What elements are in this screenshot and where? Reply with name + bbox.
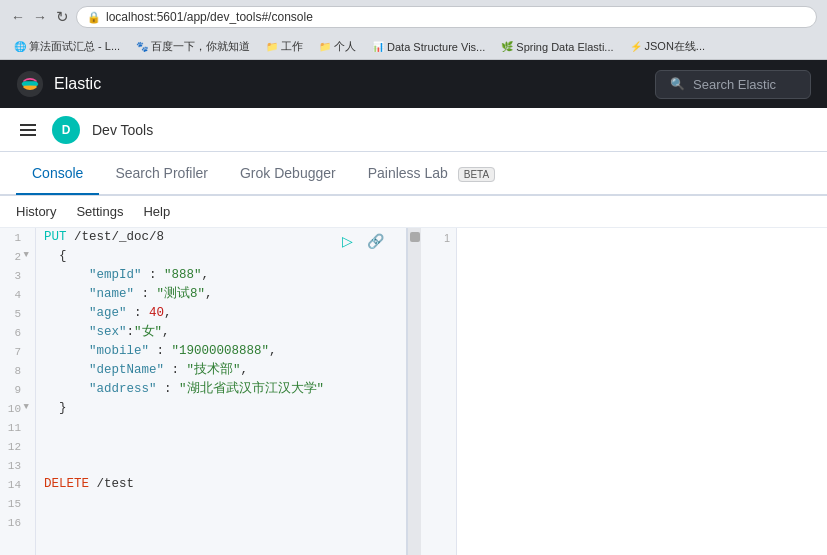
app-logo: Elastic bbox=[16, 70, 101, 98]
bookmark-json[interactable]: ⚡ JSON在线... bbox=[626, 37, 710, 56]
search-elastic-button[interactable]: 🔍 Search Elastic bbox=[655, 70, 811, 99]
key-sex: "sex" bbox=[89, 323, 127, 342]
key-mobile: "mobile" bbox=[89, 342, 149, 361]
vertical-scrollbar[interactable] bbox=[407, 228, 421, 555]
line-number-4: 4 bbox=[0, 285, 27, 304]
spring-icon: 🌿 bbox=[501, 41, 513, 52]
sub-menu: History Settings Help bbox=[0, 196, 827, 228]
line-number-8: 8 bbox=[0, 361, 27, 380]
bookmark-label: 工作 bbox=[281, 39, 303, 54]
line-number-6: 6 bbox=[0, 323, 27, 342]
key-name: "name" bbox=[89, 285, 134, 304]
key-empid: "empId" bbox=[89, 266, 142, 285]
line-number-2: 2 ▼ bbox=[0, 247, 27, 266]
code-line-14: DELETE /test bbox=[44, 475, 398, 494]
address-bar[interactable]: 🔒 localhost:5601/app/dev_tools#/console bbox=[76, 6, 817, 28]
help-menu-item[interactable]: Help bbox=[143, 204, 170, 219]
key-age: "age" bbox=[89, 304, 127, 323]
line-numbers: 1 2 ▼ 3 4 5 6 7 8 9 10 ▼ 11 12 13 14 15 … bbox=[0, 228, 36, 555]
app-header: Elastic 🔍 Search Elastic bbox=[0, 60, 827, 108]
val-name: "测试8" bbox=[157, 285, 206, 304]
browser-nav: ← → ↻ 🔒 localhost:5601/app/dev_tools#/co… bbox=[0, 0, 827, 34]
val-age: 40 bbox=[149, 304, 164, 323]
put-keyword: PUT bbox=[44, 228, 67, 247]
code-line-5: "age" : 40, bbox=[44, 304, 398, 323]
result-line-1: 1 bbox=[421, 228, 456, 247]
code-line-16 bbox=[44, 513, 398, 532]
code-line-13 bbox=[44, 456, 398, 475]
scrollbar-thumb[interactable] bbox=[410, 232, 420, 242]
forward-button[interactable]: → bbox=[32, 9, 48, 25]
fold-icon-2[interactable]: ▼ bbox=[24, 250, 29, 260]
line-number-16: 16 bbox=[0, 513, 27, 532]
user-avatar[interactable]: D bbox=[52, 116, 80, 144]
line-number-9: 9 bbox=[0, 380, 27, 399]
val-address: "湖北省武汉市江汉大学" bbox=[179, 380, 324, 399]
bookmark-label: Spring Data Elasti... bbox=[516, 41, 613, 53]
history-menu-item[interactable]: History bbox=[16, 204, 56, 219]
line-number-15: 15 bbox=[0, 494, 27, 513]
app-title-text: Elastic bbox=[54, 75, 101, 93]
hamburger-menu[interactable] bbox=[16, 120, 40, 140]
bookmark-personal[interactable]: 📁 个人 bbox=[315, 37, 360, 56]
bookmark-icon: 🌐 bbox=[14, 41, 26, 52]
tab-painless-lab[interactable]: Painless Lab BETA bbox=[352, 153, 511, 195]
code-line-15 bbox=[44, 494, 398, 513]
settings-menu-item[interactable]: Settings bbox=[76, 204, 123, 219]
code-line-12 bbox=[44, 437, 398, 456]
bookmark-label: Data Structure Vis... bbox=[387, 41, 485, 53]
path-1: /test/_doc/8 bbox=[67, 228, 165, 247]
line-number-14: 14 bbox=[0, 475, 27, 494]
action-icons: ▷ 🔗 bbox=[336, 230, 386, 252]
tabs-bar: Console Search Profiler Grok Debugger Pa… bbox=[0, 152, 827, 196]
fold-icon-10[interactable]: ▼ bbox=[24, 402, 29, 412]
dev-tools-title: Dev Tools bbox=[92, 122, 153, 138]
bookmark-baidu[interactable]: 🐾 百度一下，你就知道 bbox=[132, 37, 254, 56]
code-line-6: "sex":"女", bbox=[44, 323, 398, 342]
line-number-10: 10 ▼ bbox=[0, 399, 27, 418]
code-line-3: "empId" : "888", bbox=[44, 266, 398, 285]
back-button[interactable]: ← bbox=[10, 9, 26, 25]
code-line-8: "deptName" : "技术部", bbox=[44, 361, 398, 380]
url-text: localhost:5601/app/dev_tools#/console bbox=[106, 10, 313, 24]
result-line-numbers: 1 bbox=[421, 228, 457, 555]
hamburger-line-2 bbox=[20, 129, 36, 131]
delete-keyword: DELETE bbox=[44, 475, 89, 494]
search-icon: 🔍 bbox=[670, 77, 685, 91]
bookmark-label: 百度一下，你就知道 bbox=[151, 39, 250, 54]
copy-as-curl-button[interactable]: 🔗 bbox=[364, 230, 386, 252]
tab-console[interactable]: Console bbox=[16, 153, 99, 195]
val-sex: "女" bbox=[134, 323, 162, 342]
key-address: "address" bbox=[89, 380, 157, 399]
line-number-12: 12 bbox=[0, 437, 27, 456]
json-icon: ⚡ bbox=[630, 41, 642, 52]
code-area[interactable]: PUT /test/_doc/8 { "empId" : "888", "nam… bbox=[36, 228, 406, 555]
editor-pane: ▷ 🔗 1 2 ▼ 3 4 5 6 7 8 9 10 ▼ 11 12 13 14… bbox=[0, 228, 407, 555]
bookmark-label: 算法面试汇总 - L... bbox=[29, 39, 120, 54]
refresh-button[interactable]: ↻ bbox=[54, 9, 70, 25]
hamburger-line-3 bbox=[20, 134, 36, 136]
bookmark-spring[interactable]: 🌿 Spring Data Elasti... bbox=[497, 39, 617, 55]
bookmark-dsv[interactable]: 📊 Data Structure Vis... bbox=[368, 39, 489, 55]
bookmarks-bar: 🌐 算法面试汇总 - L... 🐾 百度一下，你就知道 📁 工作 📁 个人 📊 … bbox=[0, 34, 827, 59]
val-mobile: "19000008888" bbox=[172, 342, 270, 361]
bookmark-label: JSON在线... bbox=[645, 39, 706, 54]
elastic-logo-icon bbox=[16, 70, 44, 98]
bookmark-algorithms[interactable]: 🌐 算法面试汇总 - L... bbox=[10, 37, 124, 56]
tab-search-profiler[interactable]: Search Profiler bbox=[99, 153, 224, 195]
line-number-7: 7 bbox=[0, 342, 27, 361]
run-button[interactable]: ▷ bbox=[336, 230, 358, 252]
val-deptname: "技术部" bbox=[187, 361, 241, 380]
folder-icon: 📁 bbox=[266, 41, 278, 52]
beta-badge: BETA bbox=[458, 167, 495, 182]
line-number-5: 5 bbox=[0, 304, 27, 323]
tab-grok-debugger[interactable]: Grok Debugger bbox=[224, 153, 352, 195]
code-line-11 bbox=[44, 418, 398, 437]
bookmark-work[interactable]: 📁 工作 bbox=[262, 37, 307, 56]
dsv-icon: 📊 bbox=[372, 41, 384, 52]
path-2: /test bbox=[89, 475, 134, 494]
result-pane: 1 CSDN @jzjie007 bbox=[421, 228, 827, 555]
bookmark-label: 个人 bbox=[334, 39, 356, 54]
result-content bbox=[457, 228, 827, 555]
dev-tools-header: D Dev Tools bbox=[0, 108, 827, 152]
